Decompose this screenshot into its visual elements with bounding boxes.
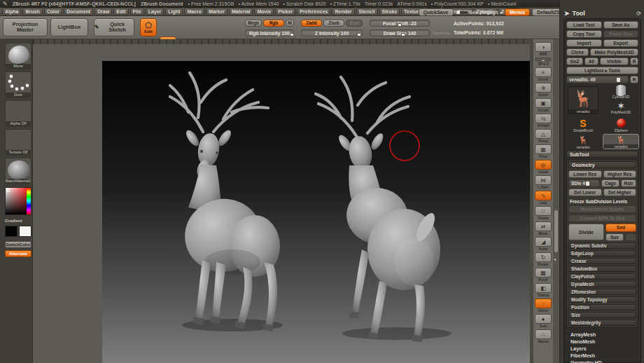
right-shelf-button[interactable]: ⋈ L.Sym: [534, 175, 552, 189]
z-intensity-slider[interactable]: Z Intensity 100: [301, 29, 363, 36]
make-polymesh3d-button[interactable]: Make PolyMesh3D: [590, 48, 638, 56]
higher-res-button[interactable]: Higher Res: [603, 170, 637, 178]
main-color-swatch[interactable]: [5, 226, 18, 237]
right-shelf-button[interactable]: ▦ Floor: [534, 144, 552, 158]
active-tool-thumb[interactable]: 🦌 venadito: [568, 86, 598, 114]
rstr-button[interactable]: Rstr: [621, 179, 636, 187]
geometry-subsection[interactable]: Dynamic Subdiv: [568, 242, 636, 249]
menu-item[interactable]: Light: [165, 8, 183, 15]
menu-item[interactable]: Stroke: [379, 8, 400, 15]
goz-button[interactable]: GoZ: [566, 57, 583, 65]
palette-section[interactable]: FiberMesh: [566, 351, 638, 358]
palette-section[interactable]: NanoMesh: [566, 337, 638, 344]
geometry-subsection[interactable]: EdgeLoop: [568, 250, 636, 256]
menu-item[interactable]: Material: [229, 8, 253, 15]
menu-item[interactable]: Color: [44, 8, 62, 15]
current-texture-thumb[interactable]: Texture Off: [5, 129, 31, 156]
right-scrollbar[interactable]: ◂: [553, 39, 559, 363]
focal-shift-slider[interactable]: Focal Shift -23: [370, 20, 430, 27]
current-alpha-thumb[interactable]: Alpha Off: [5, 100, 31, 127]
rgb-button[interactable]: Rgb: [263, 20, 284, 27]
right-shelf-button[interactable]: ▩ PolyF: [534, 268, 552, 282]
lightbox-button[interactable]: LightBox: [50, 18, 88, 36]
menu-item[interactable]: File: [130, 8, 144, 15]
m-button[interactable]: M: [286, 20, 294, 27]
right-shelf-button[interactable]: ∿ Lazy: [534, 191, 552, 205]
geometry-subsection[interactable]: ZRemesher: [568, 289, 636, 295]
palette-section[interactable]: Layers: [566, 344, 638, 351]
menu-item[interactable]: Document: [64, 8, 93, 15]
sdiv-slider[interactable]: SDiv 4: [568, 179, 600, 187]
right-shelf-button[interactable]: ◢ Scale: [534, 237, 552, 251]
right-shelf-button[interactable]: ◧ Transp: [534, 283, 552, 297]
current-stroke-thumb[interactable]: Dots: [5, 71, 31, 98]
zadd-button[interactable]: Zadd: [301, 20, 322, 27]
right-shelf-button[interactable]: ⇄ Move: [534, 221, 552, 235]
freeze-subdivision-button[interactable]: Freeze SubDivision Levels: [568, 198, 636, 205]
scrollbar-thumb[interactable]: [554, 210, 558, 252]
geometry-subsection[interactable]: DynaMesh: [568, 281, 636, 287]
current-brush-thumb[interactable]: Move: [5, 43, 31, 69]
menu-item[interactable]: Stencil: [356, 8, 378, 15]
gradient-label[interactable]: Gradient: [5, 219, 22, 223]
right-shelf-button[interactable]: ◑ BPR: [534, 42, 552, 56]
geometry-subsection[interactable]: ClayPolish: [568, 273, 636, 280]
menu-item[interactable]: Picker: [275, 8, 295, 15]
current-material-thumb[interactable]: BasicMaterial2: [5, 158, 31, 184]
divide-button[interactable]: Divide: [568, 224, 604, 240]
secondary-color-swatch[interactable]: [19, 226, 31, 237]
palette-section[interactable]: Geometry HD: [566, 358, 638, 363]
geometry-subsection[interactable]: ShadowBox: [568, 266, 636, 272]
menu-item[interactable]: Layer: [146, 8, 164, 15]
recent-tool-2-selected[interactable]: 🦌 venadito: [603, 134, 639, 149]
menu-item[interactable]: Marker: [206, 8, 227, 15]
right-shelf-button[interactable]: ▣ Actual: [534, 98, 552, 112]
restore-icon[interactable]: ⟳: [636, 11, 641, 17]
alternate-button[interactable]: Alternate: [5, 250, 31, 257]
mrgb-button[interactable]: Mrgb: [245, 20, 262, 27]
right-shelf-button[interactable]: ∴ Xpose: [534, 329, 552, 343]
geometry-subsection[interactable]: Modify Topology: [568, 296, 636, 303]
menu-item[interactable]: Draw: [94, 8, 112, 15]
export-button[interactable]: Export: [603, 39, 639, 47]
right-shelf-button[interactable]: ▬ SPix 3: [534, 57, 552, 66]
edit-button[interactable]: ⬠Edit: [140, 18, 157, 36]
right-shelf-button[interactable]: ∷ Frame: [534, 206, 552, 220]
geometry-subsection[interactable]: Position: [568, 304, 636, 310]
panel-collapse-arrow-icon[interactable]: ◂: [554, 256, 556, 261]
save-as-button[interactable]: Save As: [603, 21, 639, 29]
menu-item[interactable]: Macro: [184, 8, 204, 15]
copy-tool-button[interactable]: Copy Tool: [566, 30, 602, 38]
sculpt-viewport[interactable]: [33, 39, 530, 363]
cage-button[interactable]: Cage: [601, 179, 620, 187]
import-button[interactable]: Import: [566, 39, 602, 47]
canvas-background[interactable]: [102, 61, 530, 363]
menu-item[interactable]: Movie: [254, 8, 274, 15]
draw-size-slider[interactable]: Draw Size 140: [370, 29, 430, 36]
switch-color-button[interactable]: SwitchColor: [5, 241, 31, 248]
zsphere-tool[interactable]: ZSphere: [603, 117, 639, 132]
right-shelf-button[interactable]: ◌ Ghost: [534, 299, 552, 313]
quicksave-button[interactable]: QuickSave: [419, 8, 454, 16]
hue-strip[interactable]: [27, 188, 31, 214]
menu-item[interactable]: Edit: [113, 8, 128, 15]
tool-palette-header[interactable]: ➤ Tool ⟳: [564, 9, 641, 18]
menus-button[interactable]: Menus: [505, 8, 530, 16]
del-higher-button[interactable]: Del Higher: [603, 189, 637, 196]
menu-item[interactable]: Alpha: [2, 8, 21, 15]
tool-r-button[interactable]: R: [630, 76, 638, 83]
right-shelf-button[interactable]: ◎ Local: [534, 160, 552, 174]
lower-res-button[interactable]: Lower Res: [568, 170, 602, 178]
quick-sketch-button[interactable]: ✎ Quick Sketch: [94, 18, 134, 36]
polymesh3d-tool[interactable]: ✶ PolyMesh3D: [603, 100, 639, 114]
geometry-subsection[interactable]: MeshIntegrity: [568, 320, 636, 326]
right-shelf-button[interactable]: △ Persp: [534, 129, 552, 143]
right-shelf-button[interactable]: ½ AAHalf: [534, 114, 552, 128]
geometry-subsection[interactable]: Crease: [568, 258, 636, 264]
goz-visible-button[interactable]: Visible: [600, 57, 629, 65]
suv-toggle[interactable]: Suv: [606, 233, 624, 241]
dynamic-label[interactable]: Dynamic: [433, 31, 450, 35]
geometry-section[interactable]: Geometry: [568, 161, 636, 168]
menu-item[interactable]: Brush: [22, 8, 42, 15]
geometry-subsection[interactable]: Size: [568, 312, 636, 318]
